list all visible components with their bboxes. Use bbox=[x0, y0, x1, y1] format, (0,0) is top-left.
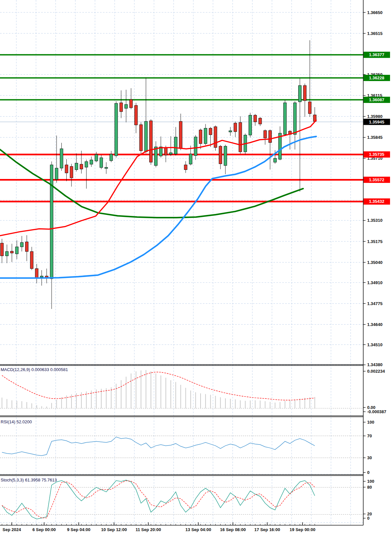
candle-body bbox=[70, 167, 73, 178]
time-axis-label: 11 Sep 20:00 bbox=[136, 527, 161, 532]
candle-body bbox=[65, 165, 68, 173]
time-axis-label: 9 Sep 04:00 bbox=[67, 527, 90, 532]
rsi-scale-label: 0 bbox=[367, 470, 369, 475]
time-axis-label: 13 Sep 04:00 bbox=[186, 527, 211, 532]
stoch-scale-label: 80 bbox=[367, 485, 372, 490]
candle-body bbox=[184, 165, 187, 170]
price-tick-label: 1.34510 bbox=[367, 342, 383, 347]
candle-body bbox=[135, 106, 138, 125]
candle-body bbox=[15, 247, 18, 254]
candle-body bbox=[6, 252, 8, 256]
stoch-indicator-label: Stoch(5,3,3) 61.3958 75.7613 bbox=[1, 478, 57, 482]
price-tick-label: 1.35175 bbox=[367, 239, 383, 244]
candle-body bbox=[293, 103, 296, 135]
candle-body bbox=[105, 167, 108, 168]
level-badge-1.35432-text: 1.35432 bbox=[369, 199, 384, 204]
price-tick-label: 1.35040 bbox=[367, 260, 383, 265]
candle-body bbox=[115, 104, 118, 156]
price-tick-label: 1.34910 bbox=[367, 280, 383, 285]
price-tick-label: 1.34775 bbox=[367, 301, 383, 306]
macd-scale-label: 0.002234 bbox=[367, 369, 385, 374]
candle-body bbox=[95, 154, 98, 161]
stoch-d-line bbox=[2, 481, 315, 518]
candle-body bbox=[303, 86, 306, 101]
stoch-scale-label: 100 bbox=[367, 479, 374, 484]
trading-terminal-chart[interactable]: 1.366501.365151.363801.362501.361151.359… bbox=[0, 0, 392, 536]
price-chart-canvas[interactable]: 1.366501.365151.363801.362501.361151.359… bbox=[0, 0, 392, 536]
candle-body bbox=[150, 121, 153, 162]
macd-scale-label: -0.000387 bbox=[367, 409, 386, 414]
candle-body bbox=[50, 165, 53, 279]
candle-body bbox=[308, 102, 311, 114]
price-tick-label: 1.36515 bbox=[367, 31, 383, 36]
candle-body bbox=[1, 243, 4, 256]
candle-body bbox=[299, 86, 302, 102]
price-tick-label: 1.34640 bbox=[367, 322, 383, 327]
candle-body bbox=[234, 123, 237, 132]
candle-body bbox=[30, 252, 33, 268]
price-tick-label: 1.34380 bbox=[367, 362, 383, 367]
candle-body bbox=[125, 105, 128, 108]
candle-body bbox=[85, 162, 88, 167]
rsi-scale-label: 30 bbox=[367, 455, 372, 460]
rsi-line bbox=[2, 437, 315, 456]
rsi-indicator-label: RSI(14) 52.0200 bbox=[1, 419, 32, 424]
macd-indicator-label: MACD(12,26,9) 0.000633 0.000581 bbox=[1, 367, 68, 372]
candle-body bbox=[25, 242, 28, 252]
candle-body bbox=[174, 137, 177, 154]
candle-body bbox=[144, 122, 147, 152]
candle-body bbox=[189, 154, 192, 164]
candle-body bbox=[259, 118, 262, 124]
candle-body bbox=[194, 137, 197, 155]
candle-body bbox=[90, 160, 93, 164]
candle-body bbox=[75, 163, 78, 170]
candle-body bbox=[204, 128, 207, 144]
level-badge-1.36087-text: 1.36087 bbox=[369, 97, 384, 102]
stoch-scale-label: 0 bbox=[367, 516, 369, 521]
candle-body bbox=[35, 268, 38, 278]
candle-body bbox=[164, 148, 167, 155]
candle-body bbox=[254, 115, 257, 122]
current-price-badge-text: 1.35945 bbox=[369, 120, 384, 124]
level-badge-1.35572-text: 1.35572 bbox=[369, 177, 384, 182]
candle-body bbox=[199, 130, 202, 144]
candle-body bbox=[179, 122, 182, 149]
time-axis-label: 10 Sep 12:00 bbox=[101, 527, 127, 532]
candle-body bbox=[229, 131, 232, 132]
rsi-scale-label: 100 bbox=[367, 420, 374, 425]
price-tick-label: 1.35310 bbox=[367, 218, 383, 223]
time-axis-label: 16 Sep 08:00 bbox=[220, 527, 246, 532]
time-axis-label: 17 Sep 16:00 bbox=[254, 527, 280, 532]
candle-body bbox=[219, 146, 222, 164]
candle-body bbox=[60, 149, 63, 168]
macd-signal-line bbox=[2, 372, 315, 400]
level-badge-1.36377-text: 1.36377 bbox=[369, 52, 384, 57]
time-axis-label: Sep 2024 bbox=[3, 527, 21, 532]
candle-body bbox=[40, 276, 43, 277]
candle-body bbox=[110, 154, 113, 161]
candle-body bbox=[224, 146, 227, 166]
price-tick-label: 1.36650 bbox=[367, 10, 383, 15]
candle-body bbox=[20, 242, 23, 247]
candle-body bbox=[209, 128, 212, 135]
candle-body bbox=[155, 147, 157, 166]
time-axis-label: 19 Sep 00:00 bbox=[290, 527, 316, 532]
candle-body bbox=[274, 158, 277, 162]
candle-body bbox=[139, 125, 142, 151]
candle-body bbox=[214, 127, 217, 148]
candle-body bbox=[169, 153, 172, 154]
time-axis-label: 6 Sep 00:00 bbox=[32, 527, 56, 532]
candle-body bbox=[55, 168, 58, 180]
level-badge-1.36228-text: 1.36228 bbox=[369, 75, 384, 80]
rsi-scale-label: 70 bbox=[367, 433, 372, 438]
price-tick-label: 1.35980 bbox=[367, 114, 383, 119]
candle-body bbox=[269, 131, 271, 143]
level-badge-1.35735-text: 1.35735 bbox=[369, 152, 384, 157]
candle-body bbox=[120, 103, 122, 112]
candle-body bbox=[10, 251, 13, 253]
ma-blue-line bbox=[0, 137, 316, 278]
candle-body bbox=[284, 103, 286, 135]
candle-body bbox=[130, 100, 133, 108]
candle-body bbox=[100, 158, 103, 168]
candle-body bbox=[80, 164, 83, 169]
